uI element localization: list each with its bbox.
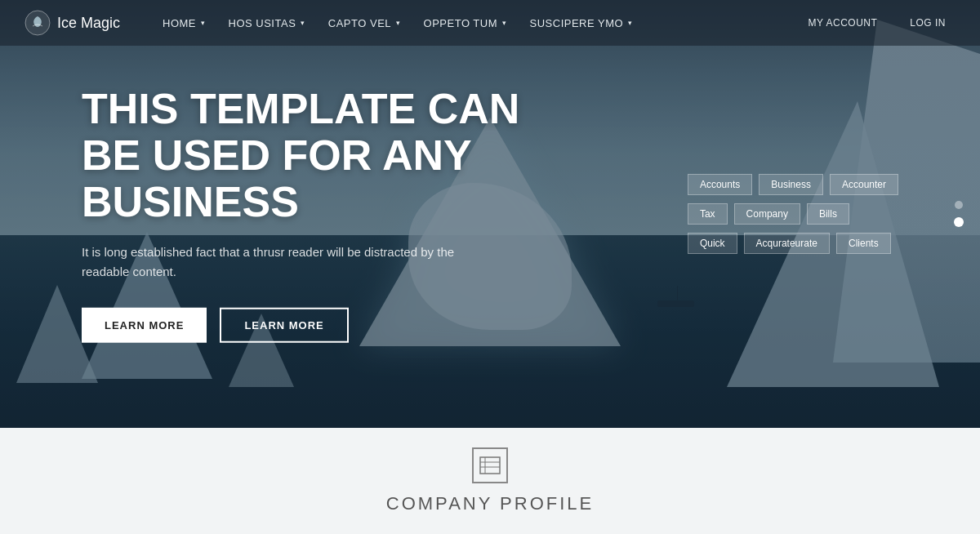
nav-item-login[interactable]: LOG IN <box>900 11 956 35</box>
tag-row-3: Quick Acqurateurate Clients <box>688 233 898 254</box>
tag-row-1: Accounts Business Accounter <box>688 174 898 195</box>
learn-more-button-1[interactable]: LEARN MORE <box>82 307 207 342</box>
navbar: Ice Magic HOME ▾ HOS USITAS ▾ CAPTO VEL … <box>0 0 980 46</box>
hero-subtitle: It is long established fact that a thrus… <box>82 242 474 281</box>
nav-item-suscipere[interactable]: SUSCIPERE YMO ▾ <box>520 11 643 36</box>
chevron-down-icon: ▾ <box>396 19 401 27</box>
company-profile-title: COMPANY PROFILE <box>386 493 594 514</box>
company-profile-icon <box>472 447 508 483</box>
learn-more-button-2[interactable]: LEARN MORE <box>220 307 348 342</box>
chevron-down-icon: ▾ <box>201 19 206 27</box>
nav-item-hos[interactable]: HOS USITAS ▾ <box>219 11 315 36</box>
svg-rect-1 <box>480 457 500 474</box>
tag-accounts[interactable]: Accounts <box>688 174 752 195</box>
chevron-down-icon: ▾ <box>502 19 507 27</box>
tag-acqurateurate[interactable]: Acqurateurate <box>744 233 830 254</box>
tag-cloud: Accounts Business Accounter Tax Company … <box>688 174 898 254</box>
slider-dots <box>954 201 964 227</box>
tag-quick[interactable]: Quick <box>688 233 737 254</box>
nav-item-home[interactable]: HOME ▾ <box>153 11 216 36</box>
bottom-section: COMPANY PROFILE <box>0 428 980 534</box>
tag-company[interactable]: Company <box>734 203 800 225</box>
brand-logo[interactable]: Ice Magic <box>24 10 120 36</box>
hero-title: THIS TEMPLATE CAN BE USED FOR ANY BUSINE… <box>82 86 572 226</box>
hero-buttons: LEARN MORE LEARN MORE <box>82 307 572 342</box>
brand-name: Ice Magic <box>57 15 120 32</box>
tag-clients[interactable]: Clients <box>836 233 891 254</box>
nav-right: MY ACCOUNT LOG IN <box>799 11 956 35</box>
nav-item-my-account[interactable]: MY ACCOUNT <box>799 11 888 35</box>
tag-bills[interactable]: Bills <box>807 203 849 225</box>
nav-links: HOME ▾ HOS USITAS ▾ CAPTO VEL ▾ OPPETO T… <box>153 11 798 36</box>
slider-dot-1[interactable] <box>955 201 963 209</box>
tag-row-2: Tax Company Bills <box>688 203 898 225</box>
chevron-down-icon: ▾ <box>628 19 633 27</box>
tag-business[interactable]: Business <box>759 174 823 195</box>
nav-item-capto[interactable]: CAPTO VEL ▾ <box>318 11 411 36</box>
tag-accounter[interactable]: Accounter <box>830 174 898 195</box>
tag-tax[interactable]: Tax <box>688 203 728 225</box>
slider-dot-2[interactable] <box>954 217 964 227</box>
nav-item-oppeto[interactable]: OPPETO TUM ▾ <box>414 11 517 36</box>
hero-content: THIS TEMPLATE CAN BE USED FOR ANY BUSINE… <box>82 86 572 343</box>
chevron-down-icon: ▾ <box>301 19 305 27</box>
